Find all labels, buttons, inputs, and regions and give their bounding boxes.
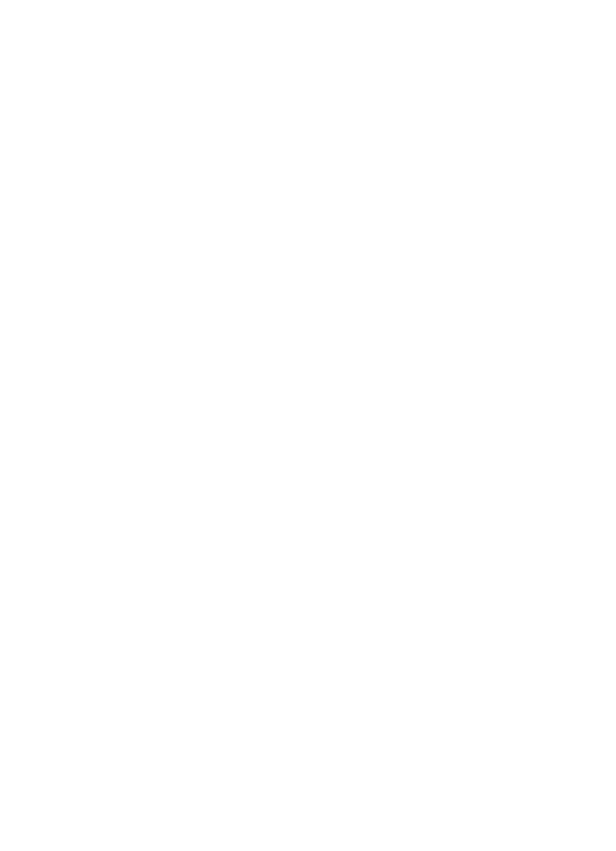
svg-text:Job: Job (259, 163, 269, 170)
svg-rect-123 (186, 519, 438, 541)
svg-line-28 (394, 121, 396, 158)
svg-text:Registry: Registry (141, 168, 164, 175)
svg-text:Driver: Driver (392, 255, 408, 262)
svg-text:Driver: Driver (300, 255, 316, 262)
svg-text:namespaces: namespaces (315, 388, 349, 394)
svg-rect-55 (290, 251, 326, 266)
svg-text:Docker Server: Docker Server (238, 54, 279, 61)
svg-line-95 (186, 263, 206, 271)
svg-text:Job: Job (323, 163, 333, 170)
svg-text:aufs: aufs (218, 292, 230, 299)
svg-rect-53 (206, 251, 242, 266)
svg-text:http server: http server (288, 59, 316, 65)
svg-text:Job: Job (323, 193, 333, 200)
svg-text:router: router (294, 83, 310, 89)
svg-rect-105 (250, 383, 294, 398)
svg-text:devices: devices (382, 388, 402, 394)
svg-rect-87 (131, 251, 186, 315)
svg-text:Driver: Driver (216, 255, 232, 262)
svg-rect-80 (266, 317, 294, 332)
svg-rect-97 (244, 375, 440, 455)
svg-text:Docker Client: Docker Client (277, 18, 315, 24)
svg-text:（images）: （images） (142, 273, 171, 280)
svg-line-94 (186, 258, 206, 265)
svg-rect-82 (328, 317, 356, 332)
svg-rect-107 (308, 383, 356, 398)
svg-rect-49 (264, 239, 364, 351)
svg-rect-109 (372, 383, 412, 398)
svg-text:Job: Job (391, 163, 401, 170)
svg-line-24 (276, 121, 278, 158)
svg-text:Driver: Driver (416, 230, 433, 237)
svg-text:Engine: Engine (192, 132, 212, 139)
svg-text:networkdriver: networkdriver (270, 242, 306, 249)
svg-rect-40 (131, 156, 174, 182)
svg-text:……: …… (380, 193, 393, 200)
svg-text:IP: IP (277, 321, 283, 328)
svg-text:Daemon: Daemon (188, 60, 212, 67)
svg-rect-9 (232, 51, 436, 131)
svg-rect-6 (180, 48, 444, 216)
svg-rect-35 (246, 188, 282, 204)
svg-rect-11 (276, 54, 328, 70)
svg-text:bridge: bridge (280, 290, 297, 297)
svg-rect-47 (194, 239, 258, 351)
svg-text:Docker container: Docker container (285, 486, 339, 494)
svg-rect-21 (186, 130, 438, 216)
svg-rect-85 (380, 287, 420, 303)
svg-rect-15 (276, 78, 328, 94)
svg-text:port: port (337, 321, 348, 328)
svg-rect-31 (310, 158, 346, 174)
svg-text:Repository: Repository (143, 267, 170, 273)
svg-line-23 (260, 121, 272, 158)
svg-rect-111 (270, 411, 318, 426)
svg-rect-73 (312, 285, 356, 301)
svg-line-62 (308, 226, 328, 251)
svg-rect-71 (270, 285, 306, 301)
svg-rect-92 (135, 295, 178, 310)
svg-text:Graph: Graph (136, 254, 153, 261)
svg-text:Docker: Docker (188, 52, 208, 59)
svg-text:network: network (324, 289, 344, 295)
svg-rect-29 (246, 158, 282, 174)
svg-text:Docker: Docker (143, 160, 162, 167)
svg-text:GraphDB: GraphDB (145, 299, 168, 306)
svg-line-102 (308, 355, 328, 375)
svg-rect-33 (378, 158, 414, 174)
svg-rect-37 (310, 188, 346, 204)
svg-rect-65 (206, 287, 242, 303)
svg-text:Handler: Handler (323, 109, 345, 116)
svg-text:execdriver: execdriver (374, 242, 402, 249)
svg-text:netlink: netlink (263, 388, 281, 394)
svg-line-104 (380, 355, 400, 375)
svg-text:native: native (392, 292, 408, 299)
svg-text:……: …… (392, 416, 405, 422)
svg-rect-116 (186, 475, 438, 503)
svg-text:interface: interface (323, 294, 345, 300)
svg-rect-113 (336, 411, 380, 426)
svg-line-60 (224, 226, 264, 251)
svg-text:graphdriver: graphdriver (198, 242, 229, 249)
svg-text:Job: Job (259, 193, 269, 200)
svg-rect-89 (135, 263, 178, 289)
svg-text:rootfs (layered): rootfs (layered) (289, 527, 335, 534)
svg-text:appmarmor: appmarmor (279, 416, 309, 422)
svg-line-100 (224, 355, 284, 375)
svg-line-27 (388, 121, 392, 158)
svg-rect-51 (370, 239, 432, 351)
svg-rect-45 (186, 226, 438, 357)
svg-rect-19 (238, 104, 430, 121)
svg-rect-2 (260, 12, 332, 30)
svg-text:cgroups: cgroups (347, 416, 368, 422)
svg-rect-57 (382, 251, 418, 266)
svg-text:libcontainer: libcontainer (416, 445, 447, 452)
